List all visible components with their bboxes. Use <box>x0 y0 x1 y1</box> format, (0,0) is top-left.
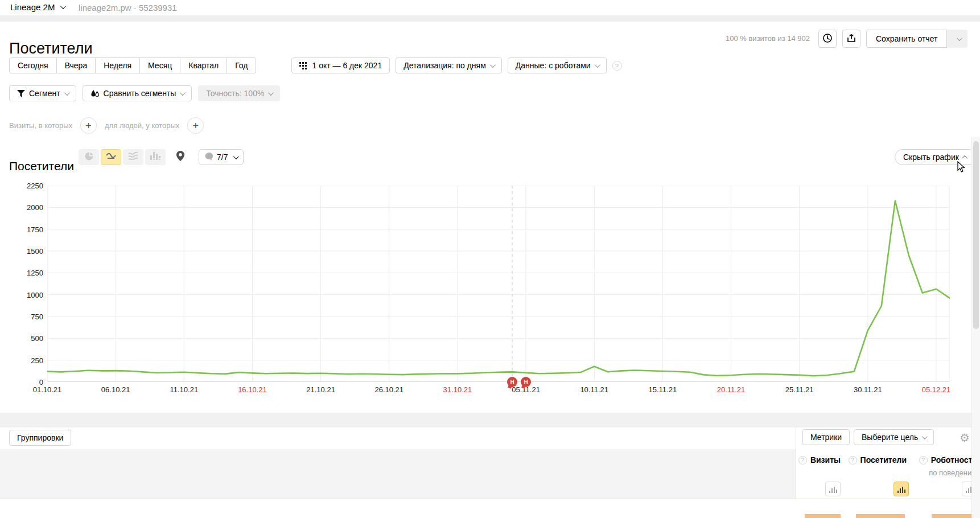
choose-goal-dropdown[interactable]: Выберите цель <box>854 429 934 445</box>
clock-icon <box>822 33 833 45</box>
help-icon[interactable]: ? <box>919 456 928 464</box>
pie-chart-type-button[interactable] <box>79 149 99 165</box>
data-mode-label: Данные: с роботами <box>516 61 591 70</box>
hide-chart-label: Скрыть график <box>903 153 959 162</box>
segment-row: Сегмент Сравнить сегменты Точность: 100% <box>9 85 280 102</box>
schedule-button[interactable] <box>818 30 837 48</box>
export-button[interactable] <box>842 30 860 48</box>
drops-icon <box>90 89 100 98</box>
area-chart-type-button[interactable] <box>123 149 143 165</box>
map-view-button[interactable] <box>172 149 189 165</box>
area-chart-icon <box>127 152 139 162</box>
sampling-note: 100 % визитов из 14 902 <box>726 34 810 43</box>
tab-today[interactable]: Сегодня <box>9 57 57 73</box>
save-report-button[interactable]: Сохранить отчет <box>866 30 947 48</box>
x-axis-label: 20.11.21 <box>707 385 755 394</box>
x-axis-label: 21.10.21 <box>297 385 345 394</box>
gear-icon[interactable]: ⚙ <box>960 431 970 445</box>
chart-type-switcher: 7/7 <box>79 149 244 165</box>
x-axis-label: 10.11.21 <box>570 385 618 394</box>
calendar-grid-icon <box>299 61 308 69</box>
bar-chart-icon <box>150 152 160 162</box>
compare-segments-dropdown[interactable]: Сравнить сегменты <box>83 85 192 101</box>
dimensions-panel <box>0 449 796 499</box>
yandex-metrica-page: Lineage 2M lineage2m.pw · 55239931 Посет… <box>0 0 980 518</box>
choose-goal-label: Выберите цель <box>862 433 918 442</box>
totals-row: ✓ Итого и средние 14 902 12 057 0,82 % <box>0 499 980 518</box>
accuracy-dropdown[interactable]: Точность: 100% <box>198 85 280 101</box>
topbar-divider <box>0 15 980 22</box>
hide-chart-button[interactable]: Скрыть график <box>895 149 976 165</box>
date-range-label: 1 окт — 6 дек 2021 <box>312 61 382 70</box>
period-row: Сегодня Вчера Неделя Месяц Квартал Год 1… <box>9 57 622 73</box>
add-visit-filter-button[interactable]: + <box>80 117 97 134</box>
metric-header-visitors: ? Посетители <box>849 455 907 464</box>
visitors-share-bar <box>856 514 905 518</box>
tab-year[interactable]: Год <box>227 57 256 73</box>
segment-dropdown[interactable]: Сегмент <box>9 85 76 101</box>
add-people-filter-button[interactable]: + <box>187 117 204 134</box>
topbar: Lineage 2M lineage2m.pw · 55239931 <box>0 0 980 15</box>
chart-canvas <box>47 186 950 382</box>
counter-name: Lineage 2M <box>10 2 55 12</box>
x-axis-label: 31.10.21 <box>434 385 481 394</box>
help-icon[interactable]: ? <box>612 61 622 71</box>
save-report-split-button: Сохранить отчет <box>866 30 967 48</box>
chevron-down-icon <box>957 35 962 41</box>
chevron-down-icon <box>595 62 600 68</box>
domain-text: lineage2m.pw <box>79 3 131 13</box>
chevron-down-icon <box>64 90 70 96</box>
funnel-icon <box>17 90 25 97</box>
tab-yesterday[interactable]: Вчера <box>57 57 96 73</box>
data-mode-dropdown[interactable]: Данные: с роботами <box>508 57 607 73</box>
visits-filter-label: Визиты, в которых <box>9 121 72 130</box>
y-axis-label: 1750 <box>10 225 43 234</box>
metric-subtitle: по поведению <box>929 468 977 477</box>
x-axis-label: 16.10.21 <box>228 385 276 394</box>
chevron-down-icon <box>60 3 66 9</box>
chevron-down-icon <box>233 154 239 159</box>
detailing-dropdown[interactable]: Детализация: по дням <box>396 57 502 73</box>
segment-label: Сегмент <box>29 89 60 98</box>
counter-switcher[interactable]: Lineage 2M <box>10 2 64 12</box>
holiday-annotation-marker[interactable]: Н <box>521 377 531 387</box>
chevron-down-icon <box>490 62 496 68</box>
y-axis-label: 750 <box>10 313 43 321</box>
visits-bars-toggle[interactable] <box>825 482 841 496</box>
section-divider-band <box>0 413 980 427</box>
chevron-down-icon <box>922 434 928 439</box>
date-range-button[interactable]: 1 окт — 6 дек 2021 <box>291 57 390 73</box>
scrollbar-thumb[interactable] <box>973 141 979 329</box>
accuracy-label: Точность: 100% <box>206 89 264 98</box>
speech-bubble-icon <box>205 153 213 162</box>
comments-dropdown[interactable]: 7/7 <box>199 149 244 165</box>
metric-header-visits: ? Визиты <box>798 455 841 464</box>
export-icon <box>846 33 857 45</box>
filter-builder-row: Визиты, в которых + для людей, у которых… <box>9 117 204 134</box>
page-scrollbar[interactable] <box>971 137 980 518</box>
line-chart-type-button[interactable] <box>101 149 121 165</box>
chart-title: Посетители <box>9 159 74 173</box>
visitors-line-chart[interactable] <box>47 186 950 382</box>
visits-share-bar <box>805 514 841 518</box>
metrics-button[interactable]: Метрики <box>802 429 850 445</box>
tab-month[interactable]: Месяц <box>140 57 180 73</box>
metric-header-robotness: ? Роботность <box>919 455 977 464</box>
x-axis-label: 01.10.21 <box>23 385 71 394</box>
visitors-bars-toggle[interactable] <box>893 482 909 496</box>
groupings-button[interactable]: Группировки <box>9 430 71 446</box>
metric-name: Визиты <box>810 455 841 464</box>
x-axis-label: 15.11.21 <box>639 385 686 394</box>
separator-dot: · <box>134 3 137 13</box>
x-axis-label: 05.12.21 <box>912 385 960 394</box>
spacer <box>262 57 286 73</box>
tab-week[interactable]: Неделя <box>96 57 140 73</box>
help-icon[interactable]: ? <box>798 456 807 464</box>
save-report-menu-button[interactable] <box>947 30 967 48</box>
tab-quarter[interactable]: Квартал <box>180 57 227 73</box>
y-axis-label: 1250 <box>10 269 43 277</box>
holiday-annotation-marker[interactable]: Н <box>507 377 517 387</box>
help-icon[interactable]: ? <box>849 456 857 464</box>
bar-chart-type-button[interactable] <box>145 149 166 165</box>
metric-name: Посетители <box>860 455 907 464</box>
